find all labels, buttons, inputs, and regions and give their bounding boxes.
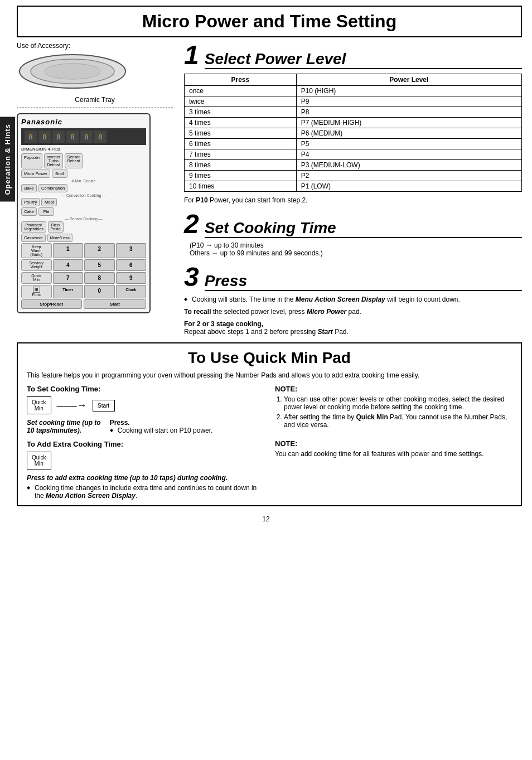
bake-btn[interactable]: Bake [21,184,37,192]
qm-note1-list: You can use other power levels or other … [275,395,512,429]
num-4-btn[interactable]: 4 [53,259,84,271]
right-column: 1 Select Power Level Press Power Level o… [173,42,522,336]
table-cell: P7 (MEDIUM-HIGH) [296,118,521,128]
popcorn-btn[interactable]: Popcorn [21,153,42,168]
qm-quick-min-btn1[interactable]: QuickMin [27,396,51,414]
display-seg2: 8 [38,130,51,143]
table-cell: once [185,86,297,96]
quick-min-btn[interactable]: QuickMin [21,272,52,284]
sensor-label: — Sensor Cooking — [21,217,146,221]
num-6-btn[interactable]: 6 [116,259,147,271]
table-row: 4 timesP7 (MEDIUM-HIGH) [185,118,522,128]
micro-power-btn[interactable]: Micro Power [21,170,50,178]
qm-right: NOTE: You can use other power levels or … [275,385,512,500]
qm-quick-min-btn2[interactable]: QuickMin [27,452,51,469]
display-seg6: 8 [94,130,107,143]
page: Operation & Hints Micro Power and Time S… [0,6,532,527]
table-cell: P2 [296,171,521,181]
stop-reset-btn[interactable]: Stop/Reset [21,299,82,309]
qm-add-title: To Add Extra Cooking Time: [27,440,264,448]
num-1-btn[interactable]: 1 [53,243,84,258]
quick-min-section: To Use Quick Min Pad This feature helps … [17,342,522,506]
step3-desc: Cooking will starts. The time in the Men… [184,296,522,303]
ceramic-tray-svg [17,52,128,91]
meat-btn[interactable]: Meat [41,198,57,206]
table-header-level: Power Level [296,74,521,86]
broil-btn[interactable]: Broil [52,170,67,178]
num-7-btn[interactable]: 7 [53,272,84,284]
bottom-row: Stop/Reset Start [21,299,146,309]
num-8-btn[interactable]: 8 [84,272,115,284]
qm-caption-left: Set cooking time (up to10 taps/minutes). [27,419,101,434]
pie-btn[interactable]: Pie [38,207,54,216]
num-0-btn[interactable]: 0 [84,285,115,298]
content-area: Use of Accessory: Ceramic Tray Panasonic… [17,42,522,336]
casserole-row: Casserole More/Less [21,234,146,242]
display-seg1: 8 [25,130,37,143]
4min-label: 4 Min. Cookie [21,179,146,183]
dim4-label: DIMENSION 4 Plus [21,147,146,152]
poultry-btn[interactable]: Poultry [21,198,40,206]
cake-row: Cake Pie [21,207,146,216]
qm-set-title: To Set Cooking Time: [27,385,264,393]
table-cell: twice [185,96,297,107]
more-less-btn[interactable]: More/Less [47,234,72,242]
table-row: 7 timesP4 [185,149,522,160]
qm-note1-title: NOTE: [275,385,512,393]
rice-btn[interactable]: Rice/Pasta [48,221,64,233]
num-3-btn[interactable]: 3 [116,243,147,258]
table-cell: 7 times [185,149,297,160]
display-area: 8 8 8 8 8 8 [21,128,146,145]
step3-bullet1: Cooking will starts. The time in the Men… [184,296,522,303]
qm-content: To Set Cooking Time: QuickMin ——→ Start … [27,385,512,500]
table-row: 3 timesP8 [185,107,522,118]
num-9-btn[interactable]: 9 [116,272,147,284]
function-btn[interactable]: ⊞ Func [21,285,52,298]
page-number: 12 [0,511,532,527]
inverter-btn[interactable]: InverterTurboDefrost [44,153,63,168]
step3-number: 3 [184,264,199,291]
stage-text: Repeat above steps 1 and 2 before pressi… [184,328,522,336]
qm-left: To Set Cooking Time: QuickMin ——→ Start … [27,385,264,500]
poultry-row: Poultry Meat [21,198,146,206]
table-cell: P1 (LOW) [296,181,521,192]
step2-line1: (P10 → up to 30 minutes [190,241,522,249]
recall-note: To recall the selected power level, pres… [184,308,522,316]
divider-line [17,107,173,108]
step2-heading: 2 Set Cooking Time [184,211,522,238]
microwave-panel: Panasonic 8 8 8 8 8 8 DIMENSION 4 Plus P… [17,113,151,313]
serving-weight-btn[interactable]: Serving/Weight [21,259,52,271]
step2-line2: Others → up to 99 minutes and 99 seconds… [190,249,522,257]
num-5-btn[interactable]: 5 [84,259,115,271]
table-cell: 10 times [185,181,297,192]
num-2-btn[interactable]: 2 [84,243,115,258]
svg-point-2 [45,64,100,79]
casserole-btn[interactable]: Casserole [21,234,46,242]
table-cell: P10 (HIGH) [296,86,521,96]
start-btn[interactable]: Start [84,299,147,309]
step2-number: 2 [184,211,199,238]
qm-caption-bullet: Cooking will start on P10 power. [110,427,213,434]
table-cell: P6 (MEDIUM) [296,128,521,139]
qm-note1-item1: You can use other power levels or other … [284,395,512,411]
qm-press-label: Press. [110,419,213,427]
power-level-table: Press Power Level onceP10 (HIGH)twiceP93… [184,74,522,192]
keep-warm-btn[interactable]: KeepWarm(3min.) [21,243,52,258]
qm-note2-title: NOTE: [275,439,512,448]
sensor-reheat-btn[interactable]: SensorReheat [65,153,83,168]
step2-desc: (P10 → up to 30 minutes Others → up to 9… [184,241,522,257]
qm-start-btn[interactable]: Start [93,400,115,412]
clock-btn[interactable]: Clock [116,285,147,298]
side-tab: Operation & Hints [0,117,15,202]
potatoes-btn[interactable]: Potatoes/Vegetables [21,221,46,233]
table-cell: 3 times [185,107,297,118]
display-seg3: 8 [52,130,65,143]
timer-btn[interactable]: Timer [53,285,84,298]
display-seg4: 8 [66,130,79,143]
qm-press-desc: Cooking time changes to include extra ti… [27,484,264,500]
cake-btn[interactable]: Cake [21,207,37,216]
combination-btn[interactable]: Combination [38,184,67,192]
table-cell: 6 times [185,139,297,149]
stage-heading: For 2 or 3 stage cooking, [184,320,522,328]
step1-heading: 1 Select Power Level [184,42,522,69]
